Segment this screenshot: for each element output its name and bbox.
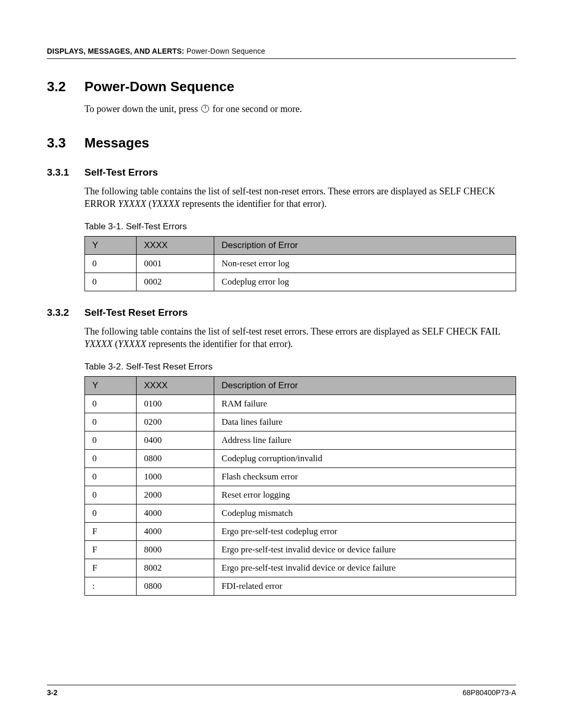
section-3-3-1-title: Self-Test Errors xyxy=(84,167,158,178)
table-3-1: Y XXXX Description of Error 0 0001 Non-r… xyxy=(84,236,516,291)
table-row: 04000Codeplug mismatch xyxy=(85,504,516,522)
table-header-desc: Description of Error xyxy=(214,237,516,255)
section-3-2-heading: 3.2 Power-Down Sequence xyxy=(47,79,516,95)
running-header-bold: DISPLAYS, MESSAGES, AND ALERTS: xyxy=(47,47,185,55)
table-row: 00400Address line failure xyxy=(85,431,516,449)
table-row: 02000Reset error logging xyxy=(85,486,516,504)
table-row: F4000Ergo pre-self-test codeplug error xyxy=(85,522,516,540)
table-header-row: Y XXXX Description of Error xyxy=(85,376,516,394)
table-3-1-caption: Table 3-1. Self-Test Errors xyxy=(84,221,516,232)
table-header-desc: Description of Error xyxy=(214,376,516,394)
table-header-y: Y xyxy=(85,237,137,255)
section-3-3-2-title: Self-Test Reset Errors xyxy=(84,307,188,318)
table-row: 00200Data lines failure xyxy=(85,413,516,431)
table-row: F8002Ergo pre-self-test invalid device o… xyxy=(85,559,516,577)
text-before-icon: To power down the unit, press xyxy=(84,104,200,114)
table-header-y: Y xyxy=(85,376,137,394)
section-3-3-heading: 3.3 Messages xyxy=(47,135,516,151)
table-header-x: XXXX xyxy=(137,376,214,394)
footer-rule xyxy=(47,685,516,685)
table-row: 00100RAM failure xyxy=(85,394,516,413)
table-row: 01000Flash checksum error xyxy=(85,467,516,486)
doc-number: 68P80400P73-A xyxy=(462,688,516,697)
table-row: 00800Codeplug corruption/invalid xyxy=(85,449,516,467)
table-header-row: Y XXXX Description of Error xyxy=(85,237,516,255)
power-icon xyxy=(201,105,209,113)
section-3-3-title: Messages xyxy=(84,135,149,151)
table-row: :0800FDI-related error xyxy=(85,577,516,595)
table-3-2-caption: Table 3-2. Self-Test Reset Errors xyxy=(84,362,516,372)
table-3-2: Y XXXX Description of Error 00100RAM fai… xyxy=(84,376,516,596)
section-3-3-2-body: The following table contains the list of… xyxy=(84,326,516,350)
table-row: 0 0002 Codeplug error log xyxy=(85,273,516,291)
header-rule xyxy=(47,58,516,59)
section-3-3-1-heading: 3.3.1 Self-Test Errors xyxy=(47,167,516,178)
section-3-3-number: 3.3 xyxy=(47,135,84,151)
table-header-x: XXXX xyxy=(137,237,214,255)
running-header-rest: Power-Down Sequence xyxy=(185,47,265,55)
section-3-3-2-number: 3.3.2 xyxy=(47,307,84,318)
section-3-3-2-heading: 3.3.2 Self-Test Reset Errors xyxy=(47,307,516,318)
text-after-icon: for one second or more. xyxy=(210,104,302,114)
page-footer: 3-2 68P80400P73-A xyxy=(47,685,516,697)
section-3-2-title: Power-Down Sequence xyxy=(84,79,235,95)
table-row: 0 0001 Non-reset error log xyxy=(85,255,516,273)
table-row: F8000Ergo pre-self-test invalid device o… xyxy=(85,540,516,559)
section-3-3-1-body: The following table contains the list of… xyxy=(84,186,516,210)
page-number: 3-2 xyxy=(47,688,57,697)
section-3-3-1-number: 3.3.1 xyxy=(47,167,84,178)
running-header: DISPLAYS, MESSAGES, AND ALERTS: Power-Do… xyxy=(47,47,516,55)
section-3-2-number: 3.2 xyxy=(47,79,84,95)
section-3-2-body: To power down the unit, press for one se… xyxy=(84,103,516,115)
